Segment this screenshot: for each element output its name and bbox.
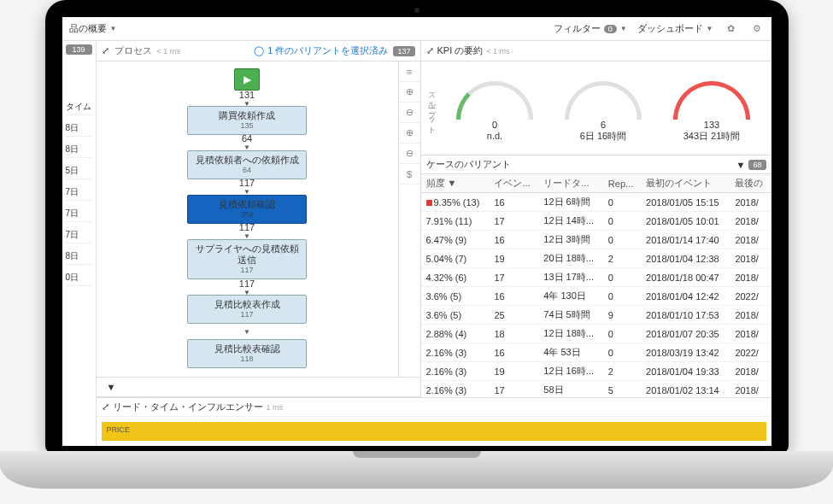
table-cell: 58日	[538, 381, 603, 398]
table-cell: 19	[489, 362, 538, 381]
zoom-out-icon[interactable]: ⊖	[399, 103, 420, 123]
table-cell: 12日 18時...	[538, 325, 603, 343]
table-cell: 2	[603, 362, 641, 381]
table-header[interactable]: イベン...	[489, 174, 538, 193]
cost-icon[interactable]: $	[399, 164, 420, 185]
flow-toolbar: ≡ ⊕ ⊖ ⊕ ⊖ $	[398, 62, 420, 377]
table-cell: 2.16% (3)	[421, 381, 490, 398]
flow-edge	[243, 324, 250, 339]
table-cell: 18	[489, 325, 538, 343]
table-header[interactable]: Rep...	[603, 174, 641, 193]
start-node[interactable]: ▶	[234, 68, 260, 91]
flow-edge: 117	[239, 179, 255, 195]
table-row[interactable]: 3.6% (5)2574日 5時間92018/01/10 17:532018/	[421, 306, 771, 325]
expand-icon[interactable]: ⤢	[426, 45, 434, 56]
table-row[interactable]: 9.35% (13)1612日 6時間02018/01/05 15:152018…	[421, 193, 771, 212]
gear-icon[interactable]: ⚙	[749, 21, 765, 37]
table-cell: 2018/01/04 12:42	[641, 287, 730, 306]
flow-node[interactable]: 見積比較表作成117	[187, 295, 307, 324]
table-cell: 0	[603, 231, 641, 249]
sidebar-value: 8日	[66, 120, 92, 137]
table-cell: 2018/	[730, 193, 771, 212]
table-row[interactable]: 2.16% (3)1758日52018/01/02 13:142018/	[421, 381, 771, 398]
collapse-icon[interactable]: ⊖	[399, 144, 420, 164]
chevron-down-icon: ▼	[110, 25, 117, 32]
table-row[interactable]: 7.91% (11)1712日 14時...02018/01/05 10:012…	[421, 212, 771, 231]
flow-edge: 131	[239, 91, 255, 106]
expand-icon[interactable]: ⤢	[102, 45, 109, 56]
settings-icon[interactable]: ✿	[724, 21, 739, 37]
table-row[interactable]: 5.04% (7)1920日 18時...22018/01/04 12:3820…	[421, 249, 771, 268]
table-cell: 2018/03/19 13:42	[641, 343, 730, 362]
table-header[interactable]: 頻度 ▼	[421, 174, 490, 193]
table-cell: 25	[489, 306, 538, 325]
table-cell: 5.04% (7)	[421, 249, 490, 268]
expand-icon[interactable]: ⤢	[102, 401, 109, 413]
table-cell: 2018/	[730, 306, 771, 325]
table-cell: 74日 5時間	[538, 306, 603, 325]
overview-label: 品の概要	[69, 22, 107, 35]
influencer-panel: ⤢ リード・タイム・インフルエンサー 1 ms PRICE	[97, 397, 771, 446]
table-cell: 2.16% (3)	[421, 343, 490, 362]
table-cell: 2018/	[730, 268, 771, 287]
kpi-gauge: 66日 16時間	[556, 74, 650, 143]
table-cell: 12日 16時...	[538, 362, 603, 381]
flow-node[interactable]: 見積比較表確認118	[187, 339, 307, 368]
table-cell: 2018/01/04 12:38	[641, 249, 730, 268]
flow-node-highlighted[interactable]: 見積依頼確認354	[187, 195, 307, 224]
left-sidebar: 139 タイム 8日 8日 5日 7日 7日 7日 8日 0日	[62, 41, 97, 446]
overview-dropdown[interactable]: 品の概要 ▼	[69, 22, 117, 35]
table-cell: 2.88% (4)	[421, 325, 490, 343]
table-cell: 0	[603, 325, 641, 343]
table-cell: 9.35% (13)	[421, 193, 490, 212]
influencer-title: リード・タイム・インフルエンサー	[113, 401, 263, 413]
flow-node[interactable]: 見積依頼者への依頼作成64	[187, 150, 307, 179]
table-row[interactable]: 2.16% (3)164年 53日02018/03/19 13:422022/	[421, 343, 771, 362]
influencer-bar[interactable]: PRICE	[102, 422, 766, 441]
table-row[interactable]: 2.88% (4)1812日 18時...02018/01/07 20:3520…	[421, 325, 771, 343]
table-cell: 2018/01/02 13:14	[641, 381, 730, 398]
table-cell: 12日 14時...	[538, 212, 603, 231]
flow-node[interactable]: 購買依頼作成135	[187, 106, 307, 135]
table-row[interactable]: 6.47% (9)1612日 3時間02018/01/14 17:402018/	[421, 231, 771, 249]
flow-node[interactable]: サプライヤへの見積依頼送信117	[187, 239, 307, 279]
variants-table: 頻度 ▼イベン...リードタ...Rep...最初のイベント最後の 9.35% …	[421, 174, 771, 397]
flow-edge: 64	[242, 135, 252, 150]
filter-dropdown[interactable]: フィルター 0 ▼	[554, 22, 627, 35]
sidebar-value: 8日	[66, 249, 92, 265]
selected-variant-label: 1 件のバリアントを選択済み	[267, 44, 388, 57]
variants-count: 68	[748, 160, 766, 170]
kpi-title: KPI の要約	[437, 44, 484, 57]
process-title: プロセス	[114, 44, 152, 57]
kpi-gauge: 133343日 21時間	[665, 74, 759, 143]
table-header[interactable]: リードタ...	[538, 174, 603, 193]
expand-icon[interactable]: ⊕	[399, 123, 420, 144]
process-panel: ⤢ プロセス < 1 ms ◯ 1 件のバリアントを選択済み 137 ▶ 131	[97, 41, 421, 397]
table-cell: 0	[603, 193, 641, 212]
timeline-label: タイム	[66, 99, 92, 115]
filter-icon[interactable]: ▼	[107, 382, 116, 392]
table-cell: 2018/01/14 17:40	[641, 231, 730, 249]
table-cell: 16	[489, 193, 538, 212]
process-flow[interactable]: ▶ 131 購買依頼作成135 64 見積依頼者への依頼作成64 117 見積依…	[97, 62, 398, 377]
process-time: < 1 ms	[157, 47, 180, 56]
table-header[interactable]: 最初のイベント	[641, 174, 730, 193]
menu-icon[interactable]: ≡	[399, 62, 420, 82]
table-cell: 2018/01/07 20:35	[641, 325, 730, 343]
table-row[interactable]: 3.6% (5)164年 130日02018/01/04 12:422022/	[421, 287, 771, 306]
table-cell: 17	[489, 212, 538, 231]
topbar: 品の概要 ▼ フィルター 0 ▼ ダッシュボード ▼ ✿ ⚙	[62, 17, 771, 41]
zoom-in-icon[interactable]: ⊕	[399, 82, 420, 103]
kpi-gauge: 0n.d.	[448, 74, 542, 143]
table-cell: 2018/01/04 19:33	[641, 362, 730, 381]
table-cell: 2018/01/05 15:15	[641, 193, 730, 212]
table-cell: 2018/	[730, 325, 771, 343]
table-header[interactable]: 最後の	[730, 174, 771, 193]
table-cell: 2018/	[730, 249, 771, 268]
table-row[interactable]: 2.16% (3)1912日 16時...22018/01/04 19:3320…	[421, 362, 771, 381]
filter-icon[interactable]: ▼	[736, 160, 746, 170]
table-row[interactable]: 4.32% (6)1713日 17時...02018/01/18 00:4720…	[421, 268, 771, 287]
dashboard-dropdown[interactable]: ダッシュボード ▼	[637, 22, 713, 35]
filter-label: フィルター	[554, 22, 601, 35]
sidebar-value: 0日	[66, 270, 92, 286]
